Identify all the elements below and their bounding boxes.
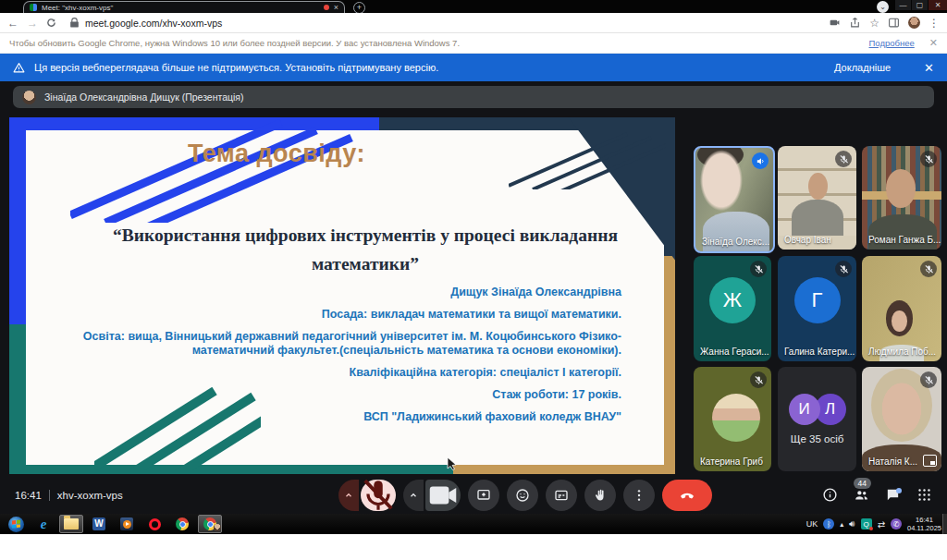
back-icon[interactable]: ← bbox=[7, 18, 18, 29]
slide-heading: “Використання цифрових інструментів у пр… bbox=[92, 221, 638, 278]
participant-tile[interactable]: Зінаїда Олекс... bbox=[694, 146, 775, 253]
address-bar[interactable]: meet.google.com/xhv-xoxm-vps bbox=[68, 17, 820, 29]
clock-time: 16:41 bbox=[916, 516, 933, 524]
tray-expand-icon[interactable]: ▴ bbox=[840, 520, 843, 529]
participant-initial-avatar: Ж bbox=[709, 277, 756, 323]
url-text: meet.google.com/xhv-xoxm-vps bbox=[85, 18, 222, 29]
taskbar-chrome-icon[interactable] bbox=[170, 515, 194, 533]
mic-control bbox=[338, 480, 396, 511]
reactions-button[interactable] bbox=[507, 480, 538, 511]
more-options-button[interactable] bbox=[623, 480, 655, 511]
bluetooth-icon[interactable]: ᛒ bbox=[823, 518, 834, 530]
update-notice-text: Чтобы обновить Google Chrome, нужна Wind… bbox=[9, 38, 869, 48]
participants-icon[interactable] bbox=[854, 487, 869, 503]
language-indicator[interactable]: UK bbox=[806, 519, 818, 529]
forward-icon[interactable]: → bbox=[27, 18, 38, 29]
participant-name: Роман Ганжа Б... bbox=[868, 235, 941, 245]
mic-muted-icon bbox=[920, 371, 937, 388]
recording-dot-icon bbox=[324, 5, 329, 10]
participant-tile[interactable]: Катерина Гриб bbox=[694, 367, 771, 471]
media-extension-icon[interactable] bbox=[829, 17, 841, 29]
participant-name: Наталія К... bbox=[868, 457, 917, 467]
mouse-cursor bbox=[447, 457, 457, 470]
participant-name: Овчар Іван bbox=[784, 235, 831, 245]
shared-presentation: Тема досвіду: “Використання цифрових інс… bbox=[9, 117, 675, 474]
taskbar-word-icon[interactable]: W bbox=[87, 515, 111, 533]
taskbar-explorer-icon[interactable] bbox=[59, 515, 83, 533]
meeting-info-icon[interactable] bbox=[822, 487, 838, 503]
profile-avatar[interactable] bbox=[908, 17, 920, 29]
mic-options-chevron[interactable] bbox=[338, 480, 359, 511]
participant-tile[interactable]: Ж Жанна Гераси... bbox=[694, 256, 771, 361]
taskbar-clock[interactable]: 16:41 04.11.2025 bbox=[907, 516, 941, 532]
participant-tile[interactable]: Людмила Поб... bbox=[862, 256, 941, 361]
slide-line: Стаж роботи: 17 років. bbox=[46, 388, 621, 402]
warning-icon bbox=[13, 62, 25, 74]
participant-tile[interactable]: Овчар Іван bbox=[778, 146, 856, 250]
end-call-button[interactable] bbox=[662, 480, 712, 511]
side-panel-icon[interactable] bbox=[888, 17, 900, 29]
slide-line: Освіта: вища, Вінницький державний педаг… bbox=[46, 330, 621, 358]
presenter-name: Зінаїда Олександрівна Дищук (Презентація… bbox=[44, 91, 244, 103]
tray-app-icon[interactable]: Q bbox=[861, 518, 872, 530]
participant-tile[interactable]: Г Галина Катери... bbox=[778, 256, 856, 361]
mic-muted-icon bbox=[750, 371, 767, 388]
window-minimize-button[interactable]: — bbox=[895, 0, 911, 10]
unsupported-browser-banner: Ця версія вебпереглядача більше не підтр… bbox=[0, 54, 947, 81]
mic-muted-icon bbox=[835, 261, 852, 277]
slide-line: Кваліфікаційна категорія: спеціаліст І к… bbox=[46, 366, 621, 380]
sync-icon[interactable]: ⇄ bbox=[878, 519, 885, 530]
participant-initial-avatar: Г bbox=[794, 277, 841, 323]
mic-muted-icon bbox=[920, 151, 937, 167]
window-close-button[interactable]: ✕ bbox=[929, 0, 947, 10]
reload-icon[interactable] bbox=[46, 18, 56, 28]
lock-icon bbox=[68, 17, 80, 29]
update-notice-close-icon[interactable]: ✕ bbox=[929, 37, 938, 49]
activities-icon[interactable] bbox=[916, 487, 932, 503]
start-button[interactable] bbox=[4, 515, 28, 533]
screenshot-margin bbox=[0, 534, 947, 560]
participant-tile[interactable]: Роман Ганжа Б... bbox=[862, 146, 941, 250]
more-participants-tile[interactable]: И Л Ще 35 осіб bbox=[778, 367, 856, 471]
banner-action-button[interactable]: Докладніше bbox=[834, 62, 891, 73]
presenter-avatar bbox=[22, 91, 36, 104]
taskbar-opera-icon[interactable] bbox=[142, 515, 166, 533]
share-icon[interactable] bbox=[849, 17, 861, 29]
captions-button[interactable] bbox=[546, 480, 577, 511]
audio-speaking-icon bbox=[752, 152, 769, 169]
chat-icon[interactable] bbox=[885, 487, 901, 503]
taskbar-media-player-icon[interactable] bbox=[115, 515, 139, 533]
camera-button[interactable] bbox=[425, 480, 461, 511]
picture-in-picture-icon bbox=[923, 455, 937, 467]
browser-toolbar: ← → meet.google.com/xhv-xoxm-vps ☆ ⋮ bbox=[0, 13, 947, 33]
tab-close-icon[interactable]: × bbox=[334, 4, 338, 12]
participant-name: Жанна Гераси... bbox=[700, 347, 769, 357]
taskbar-ie-icon[interactable]: e bbox=[31, 515, 55, 533]
meet-favicon bbox=[30, 4, 37, 11]
meeting-code: xhv-xoxm-vps bbox=[57, 490, 123, 501]
update-notice-link[interactable]: Подробнее bbox=[869, 38, 915, 48]
present-screen-button[interactable] bbox=[468, 480, 499, 511]
more-participants-label: Ще 35 осіб bbox=[791, 433, 844, 444]
slide-border-teal bbox=[9, 324, 26, 474]
window-maximize-button[interactable]: ▢ bbox=[912, 0, 928, 10]
chrome-update-notice: Чтобы обновить Google Chrome, нужна Wind… bbox=[0, 33, 947, 54]
viber-icon[interactable]: ✆ bbox=[891, 518, 902, 530]
titlebar-chevron-icon[interactable]: ⌄ bbox=[877, 1, 889, 13]
camera-control bbox=[403, 480, 461, 511]
raise-hand-button[interactable] bbox=[584, 480, 616, 511]
camera-options-chevron[interactable] bbox=[403, 480, 424, 511]
browser-tab[interactable]: Meet: "xhv-xoxm-vps" × bbox=[23, 1, 345, 13]
volume-icon[interactable]: 🔊︎ bbox=[849, 518, 855, 530]
mic-mute-button[interactable] bbox=[361, 480, 396, 511]
taskbar-chrome-active-icon[interactable] bbox=[198, 515, 222, 533]
show-desktop-button[interactable] bbox=[942, 514, 947, 534]
participant-tile[interactable]: Наталія К... bbox=[862, 367, 941, 471]
browser-menu-icon[interactable]: ⋮ bbox=[929, 17, 940, 30]
participant-name: Зінаїда Олекс... bbox=[702, 237, 769, 247]
blue-stripes-decoration bbox=[70, 119, 366, 223]
slide-line: Дищук Зінаїда Олександрівна bbox=[46, 286, 621, 299]
bookmark-star-icon[interactable]: ☆ bbox=[869, 17, 879, 30]
window-titlebar: Meet: "xhv-xoxm-vps" × + ⌄ — ▢ ✕ bbox=[0, 0, 947, 13]
banner-close-icon[interactable]: ✕ bbox=[924, 61, 934, 75]
